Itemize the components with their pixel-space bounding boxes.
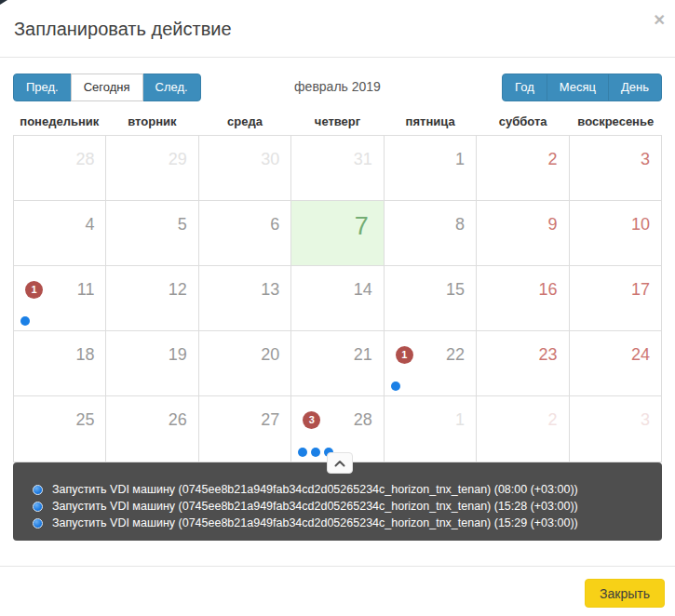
day-cell[interactable]: 4 bbox=[14, 201, 106, 265]
day-number: 18 bbox=[75, 345, 94, 365]
day-cell[interactable]: 24 bbox=[570, 331, 661, 395]
day-number: 28 bbox=[354, 410, 372, 430]
day-number: 25 bbox=[75, 410, 94, 430]
calendar-week-row: 181920211222324 bbox=[14, 331, 661, 396]
day-cell[interactable]: 15 bbox=[385, 266, 477, 330]
day-cell[interactable]: 3 bbox=[570, 136, 661, 200]
day-number: 6 bbox=[270, 215, 279, 234]
event-dot[interactable] bbox=[391, 382, 400, 391]
chevron-up-icon bbox=[334, 460, 345, 467]
day-cell[interactable]: 8 bbox=[385, 201, 477, 265]
day-number: 28 bbox=[75, 150, 94, 169]
day-cell[interactable]: 9 bbox=[477, 201, 569, 265]
day-cell[interactable]: 111 bbox=[14, 266, 106, 330]
calendar-week-row: 28293031123 bbox=[14, 136, 661, 201]
day-number: 23 bbox=[539, 345, 558, 365]
events-list: Запустить VDI машину (0745ee8b21a949fab3… bbox=[13, 481, 662, 531]
today-button[interactable]: Сегодня bbox=[71, 74, 143, 101]
day-number: 4 bbox=[85, 215, 94, 234]
day-cell[interactable]: 16 bbox=[477, 266, 569, 330]
weekday-header: суббота bbox=[477, 107, 570, 135]
modal-title: Запланировать действие bbox=[14, 0, 661, 40]
weekday-header: вторник bbox=[106, 107, 199, 135]
day-cell[interactable]: 6 bbox=[199, 201, 291, 265]
day-cell[interactable]: 19 bbox=[106, 331, 198, 395]
close-icon[interactable]: ✕ bbox=[654, 13, 666, 28]
day-number: 10 bbox=[631, 215, 650, 234]
event-item-label: Запустить VDI машину (0745ee8b21a949fab3… bbox=[52, 516, 578, 529]
day-number: 21 bbox=[354, 345, 372, 365]
day-number: 29 bbox=[169, 150, 187, 169]
weekday-header: пятница bbox=[384, 107, 477, 135]
day-cell[interactable]: 23 bbox=[477, 331, 569, 395]
day-number: 12 bbox=[169, 280, 187, 300]
day-cell[interactable]: 14 bbox=[291, 266, 384, 330]
day-cell[interactable]: 25 bbox=[14, 396, 106, 462]
event-count-badge[interactable]: 1 bbox=[396, 346, 413, 364]
day-number: 19 bbox=[169, 345, 187, 365]
day-cell[interactable]: 28 bbox=[14, 136, 106, 200]
schedule-action-modal: Запланировать действие ✕ Пред. Сегодня С… bbox=[0, 0, 675, 616]
day-number: 8 bbox=[455, 215, 465, 234]
event-dots bbox=[391, 382, 404, 391]
day-number: 20 bbox=[261, 345, 279, 365]
day-number: 11 bbox=[77, 280, 95, 300]
day-cell[interactable]: 18 bbox=[14, 331, 106, 395]
day-number: 1 bbox=[455, 150, 465, 169]
day-number: 3 bbox=[641, 150, 650, 169]
day-cell[interactable]: 1 bbox=[385, 396, 477, 462]
day-cell[interactable]: 29 bbox=[106, 136, 198, 200]
day-cell[interactable]: 5 bbox=[106, 201, 198, 265]
day-cell[interactable]: 26 bbox=[106, 396, 198, 462]
calendar-panel: Пред. Сегодня След. февраль 2019 Год Мес… bbox=[0, 58, 675, 541]
event-dots bbox=[20, 316, 34, 326]
event-marker-icon bbox=[33, 502, 43, 512]
calendar-week-row: 111121314151617 bbox=[14, 266, 661, 331]
day-number: 17 bbox=[631, 280, 650, 300]
day-cell[interactable]: 2 bbox=[477, 396, 569, 462]
day-cell[interactable]: 27 bbox=[199, 396, 291, 462]
event-count-badge[interactable]: 3 bbox=[303, 411, 320, 429]
event-item-label: Запустить VDI машину (0745ee8b21a949fab3… bbox=[52, 500, 578, 513]
weekday-header: воскресенье bbox=[569, 107, 662, 135]
day-number: 5 bbox=[178, 215, 187, 234]
day-number: 24 bbox=[631, 345, 650, 365]
day-cell[interactable]: 2 bbox=[477, 136, 569, 200]
day-cell[interactable]: 7 bbox=[291, 201, 384, 265]
day-cell[interactable]: 122 bbox=[385, 331, 477, 395]
event-dot[interactable] bbox=[311, 448, 320, 457]
day-number: 9 bbox=[548, 215, 558, 234]
day-cell[interactable]: 31 bbox=[291, 136, 384, 200]
event-item[interactable]: Запустить VDI машину (0745ee8b21a949fab3… bbox=[13, 498, 662, 515]
event-count-badge[interactable]: 1 bbox=[25, 281, 43, 299]
day-number: 2 bbox=[548, 150, 558, 169]
event-item-label: Запустить VDI машину (0745ee8b21a949fab3… bbox=[52, 483, 578, 496]
day-number: 3 bbox=[641, 410, 650, 430]
day-number: 27 bbox=[261, 410, 279, 430]
events-tooltip: Запустить VDI машину (0745ee8b21a949fab3… bbox=[13, 462, 662, 541]
day-number: 14 bbox=[354, 280, 372, 300]
weekday-row: понедельниквторниксредачетвергпятницасуб… bbox=[13, 107, 662, 135]
collapse-chevron-button[interactable] bbox=[327, 452, 353, 474]
day-cell[interactable]: 1 bbox=[385, 136, 477, 200]
event-item[interactable]: Запустить VDI машину (0745ee8b21a949fab3… bbox=[13, 515, 662, 531]
calendar-grid: 2829303112345678910111121314151617181920… bbox=[13, 135, 662, 462]
day-number: 30 bbox=[261, 150, 279, 169]
day-cell[interactable]: 17 bbox=[570, 266, 661, 330]
day-cell[interactable]: 3 bbox=[570, 396, 661, 462]
day-cell[interactable]: 13 bbox=[199, 266, 291, 330]
day-cell[interactable]: 10 bbox=[570, 201, 661, 265]
event-marker-icon bbox=[33, 485, 43, 495]
event-dot[interactable] bbox=[298, 448, 307, 457]
day-cell[interactable]: 20 bbox=[199, 331, 291, 395]
day-number: 31 bbox=[354, 150, 372, 169]
day-cell[interactable]: 30 bbox=[199, 136, 291, 200]
day-number: 7 bbox=[355, 212, 369, 241]
day-number: 15 bbox=[446, 280, 465, 300]
day-cell[interactable]: 12 bbox=[106, 266, 198, 330]
event-item[interactable]: Запустить VDI машину (0745ee8b21a949fab3… bbox=[13, 481, 662, 498]
event-dot[interactable] bbox=[20, 316, 30, 326]
day-cell[interactable]: 21 bbox=[291, 331, 384, 395]
close-button[interactable]: Закрыть bbox=[585, 579, 665, 608]
day-number: 16 bbox=[539, 280, 558, 300]
